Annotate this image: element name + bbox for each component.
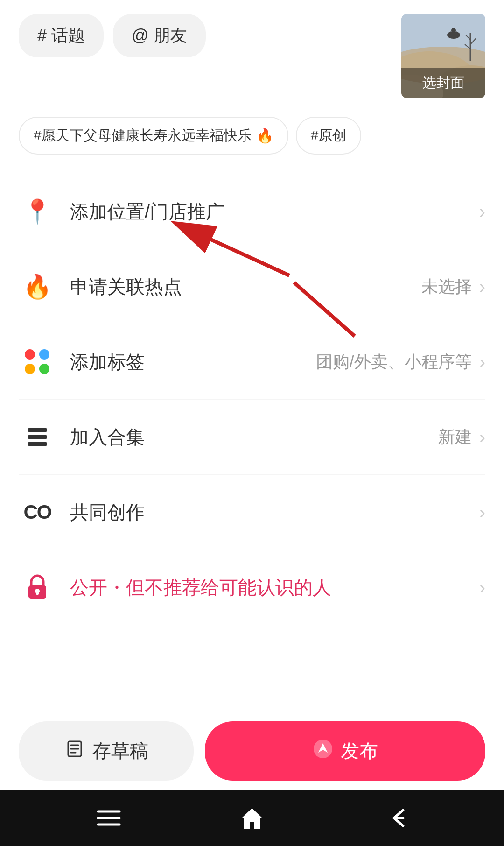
location-arrow: › [479,202,485,221]
top-section: # 话题 @ 朋友 [0,0,504,107]
svg-point-10 [451,28,456,33]
svg-rect-15 [28,442,47,446]
draft-icon [64,739,85,763]
fire-icon: 🔥 [256,127,273,144]
hotspot-icon: 🔥 [19,268,56,305]
privacy-menu-item[interactable]: 公开・但不推荐给可能认识的人 › [19,550,485,625]
nav-home-icon[interactable] [239,805,265,831]
hotspot-arrow: › [479,277,485,296]
nav-back-icon[interactable] [383,805,408,831]
tag-menu-item[interactable]: 添加标签 团购/外卖、小程序等 › [19,324,485,400]
bottom-action-bar: 存草稿 发布 [0,712,504,790]
topic-button[interactable]: # 话题 [19,14,104,57]
location-icon: 📍 [19,193,56,230]
privacy-label: 公开・但不推荐给可能认识的人 [70,575,479,600]
svg-rect-14 [28,435,47,439]
mention-button[interactable]: @ 朋友 [113,14,206,57]
publish-button[interactable]: 发布 [205,721,485,781]
collection-arrow: › [479,428,485,446]
cover-label: 选封面 [401,68,485,98]
collection-label: 加入合集 [70,424,438,450]
hotspot-value: 未选择 [421,275,472,298]
tag-label: 添加标签 [70,349,316,375]
location-label: 添加位置/门店推广 [70,199,479,225]
svg-rect-13 [28,428,47,432]
tag-arrow: › [479,352,485,371]
hotspot-label: 申请关联热点 [70,274,421,300]
draft-label: 存草稿 [92,738,148,764]
publish-icon [313,739,333,763]
cocreate-label: 共同创作 [70,500,479,525]
tag-value: 团购/外卖、小程序等 [316,351,472,374]
hashtag-pill-1[interactable]: #愿天下父母健康长寿永远幸福快乐 🔥 [19,117,288,155]
publish-label: 发布 [341,738,378,764]
hashtag-text-2: #原创 [311,126,347,145]
collection-menu-item[interactable]: 加入合集 新建 › [19,400,485,475]
nav-menu-icon[interactable] [96,808,121,828]
cocreate-menu-item[interactable]: CO 共同创作 › [19,475,485,550]
menu-list: 📍 添加位置/门店推广 › 🔥 申请关联热点 未选择 › 添加标签 团购/外卖、… [0,174,504,625]
draft-button[interactable]: 存草稿 [19,721,194,781]
collection-stack-icon [19,418,56,456]
collection-value: 新建 [438,426,472,449]
svg-marker-31 [241,808,263,829]
cover-box[interactable]: 选封面 [401,14,485,98]
hashtag-row: #愿天下父母健康长寿永远幸福快乐 🔥 #原创 [0,107,504,164]
cocreate-arrow: › [479,503,485,522]
nav-bar [0,790,504,846]
section-divider [19,169,485,169]
hashtag-text-1: #愿天下父母健康长寿永远幸福快乐 [34,126,252,145]
hashtag-pill-2[interactable]: #原创 [296,117,362,155]
svg-rect-18 [36,591,39,595]
co-icon: CO [19,494,56,531]
location-menu-item[interactable]: 📍 添加位置/门店推广 › [19,174,485,249]
hotspot-menu-item[interactable]: 🔥 申请关联热点 未选择 › [19,249,485,324]
lock-icon [19,569,56,606]
tag-buttons: # 话题 @ 朋友 [19,14,392,57]
privacy-arrow: › [479,578,485,597]
tag-dots-icon [19,343,56,381]
